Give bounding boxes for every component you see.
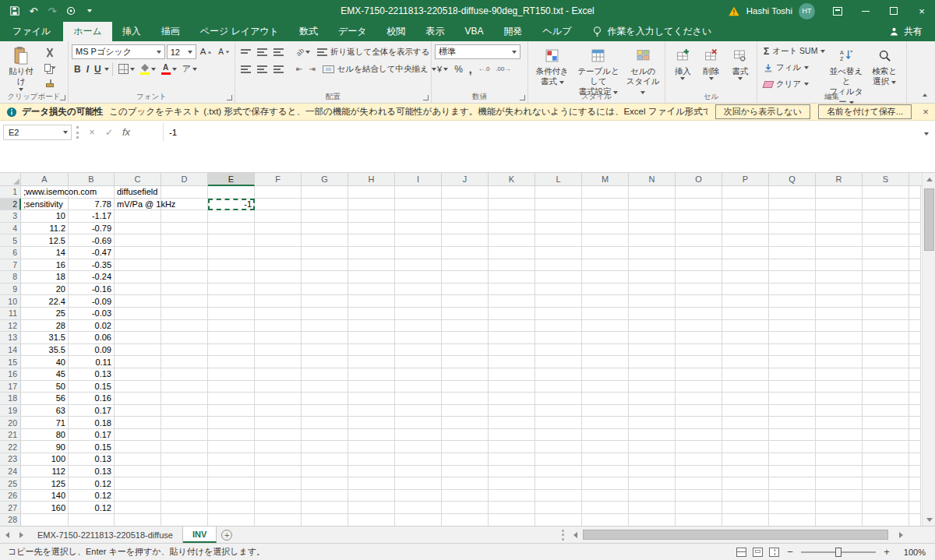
row-header-6[interactable]: 6 bbox=[0, 247, 21, 259]
cell-I27[interactable] bbox=[395, 502, 442, 514]
cell-I14[interactable] bbox=[395, 344, 442, 357]
cell-E18[interactable] bbox=[208, 393, 255, 405]
cell-K9[interactable] bbox=[489, 284, 535, 296]
cell-B28[interactable] bbox=[69, 514, 115, 526]
cell-I22[interactable] bbox=[395, 441, 442, 453]
cell-C8[interactable] bbox=[115, 271, 161, 284]
cell-S7[interactable] bbox=[863, 259, 909, 272]
cell-M25[interactable] bbox=[582, 477, 629, 490]
cell-H6[interactable] bbox=[348, 247, 395, 259]
cell-F18[interactable] bbox=[255, 393, 302, 405]
cell-D3[interactable] bbox=[161, 210, 208, 223]
cell-O4[interactable] bbox=[676, 223, 722, 235]
cell-G24[interactable] bbox=[302, 466, 348, 478]
cell-K28[interactable] bbox=[489, 514, 535, 526]
cell-O12[interactable] bbox=[676, 320, 722, 333]
cell-P7[interactable] bbox=[722, 259, 769, 272]
cell-I5[interactable] bbox=[395, 234, 442, 247]
cell-A9[interactable]: 20 bbox=[21, 284, 69, 296]
cell-N12[interactable] bbox=[629, 320, 676, 333]
cell-M27[interactable] bbox=[582, 502, 629, 514]
cell-G14[interactable] bbox=[302, 344, 348, 357]
cell-E4[interactable] bbox=[208, 223, 255, 235]
cell-A27[interactable]: 160 bbox=[21, 502, 69, 514]
row-header-26[interactable]: 26 bbox=[0, 490, 21, 502]
cell-I17[interactable] bbox=[395, 381, 442, 393]
cell-S9[interactable] bbox=[863, 284, 909, 296]
cell-K7[interactable] bbox=[489, 259, 535, 272]
cell-N2[interactable] bbox=[629, 199, 676, 211]
cell-I16[interactable] bbox=[395, 368, 442, 381]
cell-J7[interactable] bbox=[442, 259, 489, 272]
cell-G12[interactable] bbox=[302, 320, 348, 333]
cell-L13[interactable] bbox=[535, 332, 582, 344]
qat-customize-button[interactable] bbox=[81, 2, 98, 19]
cell-N8[interactable] bbox=[629, 271, 676, 284]
cell-L20[interactable] bbox=[535, 417, 582, 429]
cell-S19[interactable] bbox=[863, 405, 909, 417]
italic-button[interactable]: I bbox=[84, 62, 91, 76]
cell-J8[interactable] bbox=[442, 271, 489, 284]
zoom-slider[interactable] bbox=[801, 551, 876, 553]
cell-J17[interactable] bbox=[442, 381, 489, 393]
column-header-M[interactable]: M bbox=[582, 173, 629, 186]
cell-C16[interactable] bbox=[115, 368, 161, 381]
cell-A11[interactable]: 25 bbox=[21, 308, 69, 320]
cell-B24[interactable]: 0.13 bbox=[69, 466, 115, 478]
cell-O11[interactable] bbox=[676, 308, 722, 320]
view-page-break-button[interactable] bbox=[769, 548, 779, 557]
cell-S10[interactable] bbox=[863, 295, 909, 308]
cell-H24[interactable] bbox=[348, 466, 395, 478]
cell-S28[interactable] bbox=[863, 514, 909, 526]
cell-F16[interactable] bbox=[255, 368, 302, 381]
cell-D14[interactable] bbox=[161, 344, 208, 357]
cell-J28[interactable] bbox=[442, 514, 489, 526]
user-name[interactable]: Hashi Toshi bbox=[746, 6, 792, 16]
cell-Q3[interactable] bbox=[769, 210, 816, 223]
cell-O10[interactable] bbox=[676, 295, 722, 308]
cell-G6[interactable] bbox=[302, 247, 348, 259]
cell-P10[interactable] bbox=[722, 295, 769, 308]
cell-I12[interactable] bbox=[395, 320, 442, 333]
cell-M12[interactable] bbox=[582, 320, 629, 333]
cell-S13[interactable] bbox=[863, 332, 909, 344]
cell-H15[interactable] bbox=[348, 356, 395, 368]
cell-M11[interactable] bbox=[582, 308, 629, 320]
cell-O26[interactable] bbox=[676, 490, 722, 502]
cell-N15[interactable] bbox=[629, 356, 676, 368]
hscroll-thumb[interactable] bbox=[583, 530, 888, 540]
cell-M13[interactable] bbox=[582, 332, 629, 344]
cell-Q19[interactable] bbox=[769, 405, 816, 417]
cell-P9[interactable] bbox=[722, 284, 769, 296]
align-bottom-button[interactable] bbox=[271, 44, 286, 59]
cell-C1[interactable]: diffusefield bbox=[115, 186, 161, 199]
borders-button[interactable] bbox=[116, 62, 137, 76]
cell-H27[interactable] bbox=[348, 502, 395, 514]
cell-L28[interactable] bbox=[535, 514, 582, 526]
cell-P3[interactable] bbox=[722, 210, 769, 223]
row-header-2[interactable]: 2 bbox=[0, 199, 21, 211]
cell-B10[interactable]: -0.09 bbox=[69, 295, 115, 308]
cell-G11[interactable] bbox=[302, 308, 348, 320]
column-header-F[interactable]: F bbox=[255, 173, 302, 186]
cell-F1[interactable] bbox=[255, 186, 302, 199]
hscroll-right-button[interactable] bbox=[894, 529, 907, 541]
cell-Q18[interactable] bbox=[769, 393, 816, 405]
cell-D12[interactable] bbox=[161, 320, 208, 333]
cell-L15[interactable] bbox=[535, 356, 582, 368]
cell-J11[interactable] bbox=[442, 308, 489, 320]
cell-N18[interactable] bbox=[629, 393, 676, 405]
cell-Q1[interactable] bbox=[769, 186, 816, 199]
cell-L5[interactable] bbox=[535, 234, 582, 247]
cell-B13[interactable]: 0.06 bbox=[69, 332, 115, 344]
paste-button[interactable]: 貼り付け bbox=[3, 44, 39, 93]
cell-O21[interactable] bbox=[676, 429, 722, 442]
cell-L18[interactable] bbox=[535, 393, 582, 405]
row-header-18[interactable]: 18 bbox=[0, 393, 21, 405]
cell-N6[interactable] bbox=[629, 247, 676, 259]
cell-F11[interactable] bbox=[255, 308, 302, 320]
cell-D8[interactable] bbox=[161, 271, 208, 284]
cell-M2[interactable] bbox=[582, 199, 629, 211]
cell-C9[interactable] bbox=[115, 284, 161, 296]
cell-I7[interactable] bbox=[395, 259, 442, 272]
